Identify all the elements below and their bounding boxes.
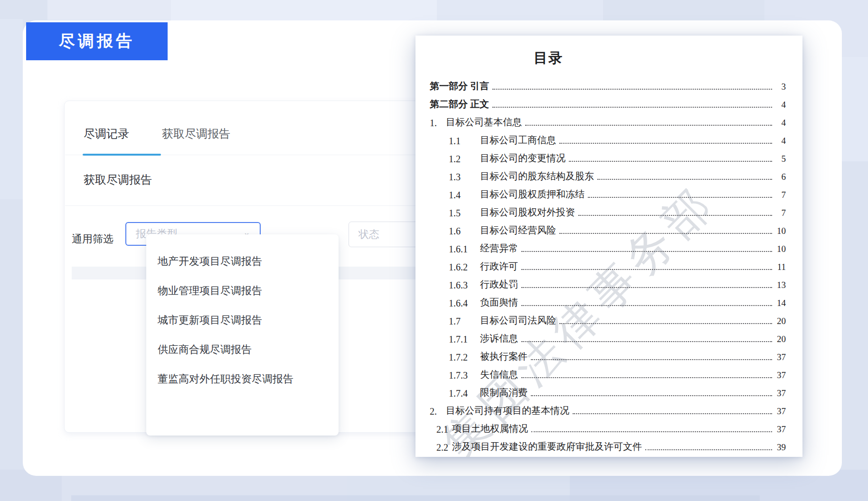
toc-row: 1.6.3行政处罚13 — [430, 273, 786, 291]
toc-leader-dots — [588, 197, 772, 198]
toc-row: 1.7.4限制高消费37 — [430, 381, 786, 399]
toc-row: 2.2涉及项目开发建设的重要政府审批及许可文件39 — [430, 435, 786, 453]
toc-leader-dots — [645, 449, 772, 450]
dropdown-option[interactable]: 供应商合规尽调报告 — [146, 335, 339, 364]
dropdown-option[interactable]: 董监高对外任职投资尽调报告 — [146, 364, 339, 394]
toc-leader-dots — [559, 143, 772, 144]
toc-row: 1.1目标公司工商信息4 — [430, 129, 786, 147]
toc-page-number: 37 — [774, 424, 786, 435]
toc-page-number: 7 — [774, 190, 786, 200]
toc-leader-dots — [525, 125, 772, 126]
toc-leader-dots — [578, 215, 772, 216]
dropdown-option[interactable]: 城市更新项目尽调报告 — [146, 306, 339, 335]
toc-row: 1.6.2行政许可11 — [430, 255, 786, 273]
toc-row: 第一部分 引言3 — [430, 74, 786, 93]
toc-leader-dots — [492, 107, 772, 108]
toc-page-number: 10 — [774, 226, 786, 236]
toc-page-number: 5 — [774, 154, 786, 164]
toc-row: 2.目标公司持有项目的基本情况37 — [430, 399, 786, 417]
toc-leader-dots — [573, 413, 772, 414]
background-tile — [0, 19, 23, 199]
toc-leader-dots — [521, 377, 772, 378]
toc-page-number: 10 — [774, 244, 786, 254]
toc-page-number: 37 — [774, 352, 786, 362]
toc-page-number: 20 — [774, 316, 786, 326]
toc-leader-dots — [521, 305, 772, 306]
toc-page-number: 13 — [774, 280, 786, 290]
toc-leader-dots — [569, 161, 772, 162]
toc-row: 1.7目标公司司法风险20 — [430, 309, 786, 327]
toc-row: 1.7.3失信信息37 — [430, 363, 786, 381]
page-title-badge: 尽调报告 — [26, 22, 168, 60]
tab-get-report[interactable]: 获取尽调报告 — [162, 126, 230, 141]
toc-row: 1.6.4负面舆情14 — [430, 291, 786, 309]
toc-leader-dots — [521, 341, 772, 342]
toc-page-number: 7 — [774, 208, 786, 218]
toc-page-number: 37 — [774, 406, 786, 417]
toc-leader-dots — [531, 395, 772, 396]
toc-row: 1.7.2被执行案件37 — [430, 345, 786, 363]
toc-leader-dots — [531, 359, 772, 360]
toc-leader-dots — [559, 233, 772, 234]
toc-row: 第二部分 正文4 — [430, 93, 786, 111]
background-tile — [71, 495, 760, 501]
toc-leader-dots — [492, 89, 772, 90]
section-title: 获取尽调报告 — [84, 172, 152, 187]
report-type-dropdown: 地产开发项目尽调报告物业管理项目尽调报告城市更新项目尽调报告供应商合规尽调报告董… — [146, 234, 339, 436]
toc-page-number: 14 — [774, 298, 786, 308]
filter-label: 通用筛选 — [72, 232, 113, 246]
toc-leader-dots — [521, 251, 772, 252]
background-tile — [47, 0, 171, 20]
toc-row: 1.2目标公司的变更情况5 — [430, 147, 786, 165]
toc-row: 1.4目标公司股权质押和冻结7 — [430, 183, 786, 201]
tab-due-diligence-records[interactable]: 尽调记录 — [84, 126, 129, 141]
toc-page-number: 37 — [774, 370, 786, 380]
dropdown-option[interactable]: 物业管理项目尽调报告 — [146, 276, 339, 306]
report-document-preview: 集团法律事务部 目录 第一部分 引言3第二部分 正文41.目标公司基本信息41.… — [415, 36, 802, 457]
toc-leader-dots — [597, 179, 772, 180]
toc-list: 第一部分 引言3第二部分 正文41.目标公司基本信息41.1目标公司工商信息41… — [430, 74, 786, 453]
background-tile — [171, 0, 437, 21]
toc-page-number: 37 — [774, 388, 786, 399]
status-placeholder: 状态 — [359, 227, 379, 241]
active-tab-indicator — [83, 154, 161, 156]
toc-page-number: 11 — [774, 262, 786, 272]
dropdown-option[interactable]: 地产开发项目尽调报告 — [146, 247, 339, 276]
page-title: 尽调报告 — [59, 30, 135, 52]
toc-page-number: 4 — [774, 118, 786, 128]
toc-leader-dots — [521, 287, 772, 288]
toc-row: 2.1项目土地权属情况37 — [430, 417, 786, 435]
toc-row: 1.目标公司基本信息4 — [430, 111, 786, 129]
toc-page-number: 6 — [774, 172, 786, 182]
toc-page-number: 20 — [774, 334, 786, 344]
toc-leader-dots — [559, 323, 772, 324]
toc-row: 1.5目标公司股权对外投资7 — [430, 201, 786, 219]
background-tile — [437, 0, 603, 22]
toc-row: 1.6.1经营异常10 — [430, 237, 786, 255]
toc-page-number: 3 — [774, 82, 786, 92]
toc-page-number: 4 — [774, 136, 786, 146]
toc-row: 1.3目标公司的股东结构及股东6 — [430, 165, 786, 183]
toc-leader-dots — [521, 269, 772, 270]
toc-row: 1.7.1涉诉信息20 — [430, 327, 786, 345]
toc-page-number: 39 — [774, 442, 786, 453]
toc-page-number: 4 — [774, 100, 786, 110]
document-title: 目录 — [415, 49, 681, 68]
toc-leader-dots — [531, 431, 772, 432]
toc-row: 1.6目标公司经营风险10 — [430, 219, 786, 237]
